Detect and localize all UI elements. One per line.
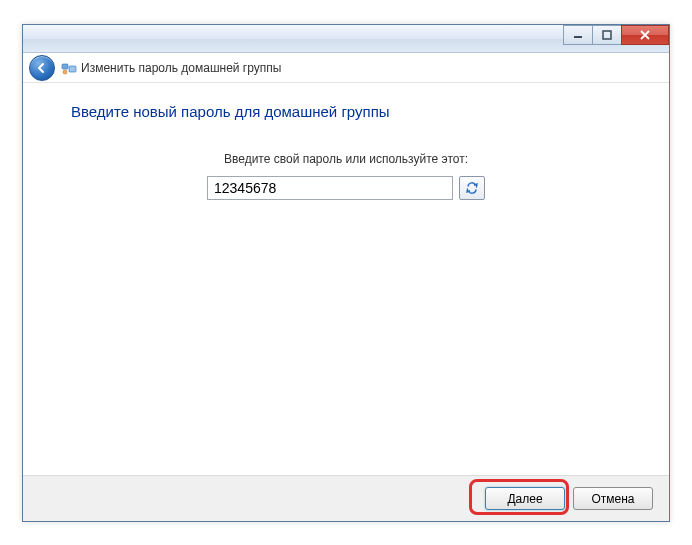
nav-row: Изменить пароль домашней группы	[23, 53, 669, 83]
footer-bar: Далее Отмена	[23, 475, 669, 521]
svg-rect-2	[62, 64, 68, 69]
breadcrumb: Изменить пароль домашней группы	[61, 60, 281, 76]
cancel-button[interactable]: Отмена	[573, 487, 653, 510]
prompt-text: Введите свой пароль или используйте этот…	[71, 152, 621, 166]
refresh-icon	[465, 181, 479, 195]
svg-rect-1	[603, 31, 611, 39]
homegroup-icon	[61, 60, 77, 76]
maximize-button[interactable]	[592, 25, 622, 45]
back-button[interactable]	[29, 55, 55, 81]
next-button[interactable]: Далее	[485, 487, 565, 510]
content-area: Введите новый пароль для домашней группы…	[23, 83, 669, 200]
minimize-button[interactable]	[563, 25, 593, 45]
wizard-window: Изменить пароль домашней группы Введите …	[22, 24, 670, 522]
svg-rect-3	[69, 66, 76, 72]
close-button[interactable]	[621, 25, 669, 45]
password-row	[71, 176, 621, 200]
page-heading: Введите новый пароль для домашней группы	[71, 103, 621, 120]
titlebar	[23, 25, 669, 53]
breadcrumb-text: Изменить пароль домашней группы	[81, 61, 281, 75]
window-controls	[564, 25, 669, 45]
regenerate-button[interactable]	[459, 176, 485, 200]
back-arrow-icon	[35, 61, 49, 75]
svg-rect-0	[574, 36, 582, 38]
password-input[interactable]	[207, 176, 453, 200]
svg-point-4	[63, 70, 67, 74]
